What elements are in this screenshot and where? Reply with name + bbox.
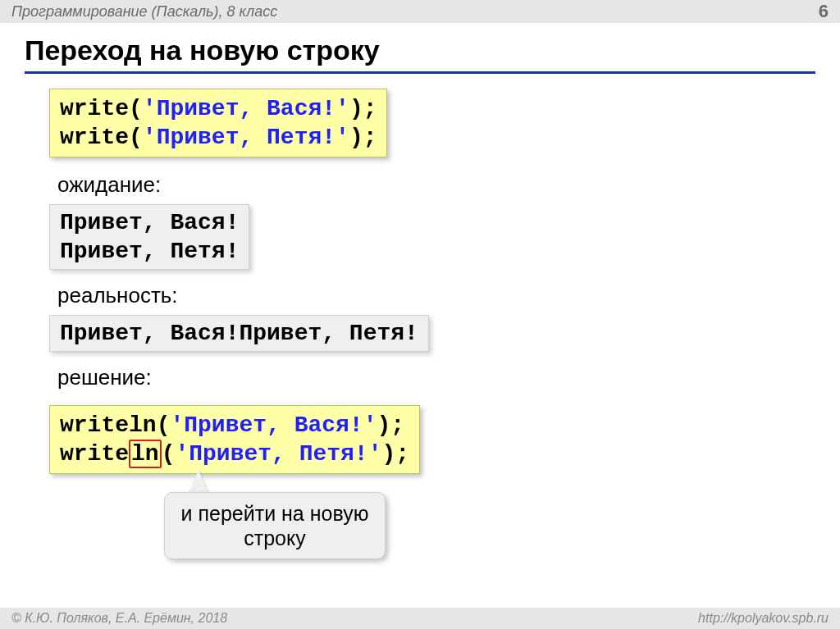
callout-pointer xyxy=(189,470,208,493)
string-literal: 'Привет, Петя!' xyxy=(175,441,381,467)
code-block-write: write('Привет, Вася!'); write('Привет, П… xyxy=(49,89,387,157)
keyword-write: write xyxy=(60,125,129,150)
label-reality: реальность: xyxy=(57,283,815,308)
code-line: writeln('Привет, Петя!'); xyxy=(60,440,409,468)
paren-close: ); xyxy=(381,441,409,467)
paren-open: ( xyxy=(162,441,176,467)
callout-box: и перейти на новую строку xyxy=(164,492,386,559)
keyword-write-prefix: write xyxy=(60,441,129,467)
page-number: 6 xyxy=(819,0,829,23)
paren-close: ); xyxy=(349,125,377,150)
slide-title: Переход на новую строку xyxy=(25,31,815,74)
paren-close: ); xyxy=(377,412,404,438)
keyword-writeln: writeln xyxy=(60,412,157,438)
string-literal: 'Привет, Петя!' xyxy=(143,125,349,150)
code-line: writeln('Привет, Вася!'); xyxy=(60,411,409,440)
footer-bar: © К.Ю. Поляков, Е.А. Ерёмин, 2018 http:/… xyxy=(0,608,840,629)
paren-close: ); xyxy=(349,96,377,121)
label-expectation: ожидание: xyxy=(57,172,815,198)
string-literal: 'Привет, Вася!' xyxy=(143,96,349,121)
paren-open: ( xyxy=(129,96,143,121)
footer-copyright: © К.Ю. Поляков, Е.А. Ерёмин, 2018 xyxy=(11,611,227,625)
output-reality: Привет, Вася!Привет, Петя! xyxy=(49,315,429,352)
code-block-writeln: writeln('Привет, Вася!'); writeln('Приве… xyxy=(49,405,420,474)
output-line: Привет, Петя! xyxy=(60,237,239,266)
header-bar: Программирование (Паскаль), 8 класс 6 xyxy=(0,0,840,23)
string-literal: 'Привет, Вася!' xyxy=(170,412,377,438)
keyword-write: write xyxy=(60,96,129,121)
course-title: Программирование (Паскаль), 8 класс xyxy=(11,3,277,20)
output-line: Привет, Вася!Привет, Петя! xyxy=(60,321,418,346)
footer-url: http://kpolyakov.spb.ru xyxy=(698,608,829,629)
code-line: write('Привет, Петя!'); xyxy=(60,123,377,152)
paren-open: ( xyxy=(129,125,143,150)
output-expected: Привет, Вася! Привет, Петя! xyxy=(49,204,249,270)
code-line: write('Привет, Вася!'); xyxy=(60,94,377,123)
label-solution: решение: xyxy=(57,365,815,390)
keyword-ln-highlight: ln xyxy=(129,440,162,468)
content-area: Переход на новую строку write('Привет, В… xyxy=(0,23,840,482)
output-line: Привет, Вася! xyxy=(60,208,239,237)
paren-open: ( xyxy=(157,412,171,438)
slide: Программирование (Паскаль), 8 класс 6 Пе… xyxy=(0,0,840,629)
